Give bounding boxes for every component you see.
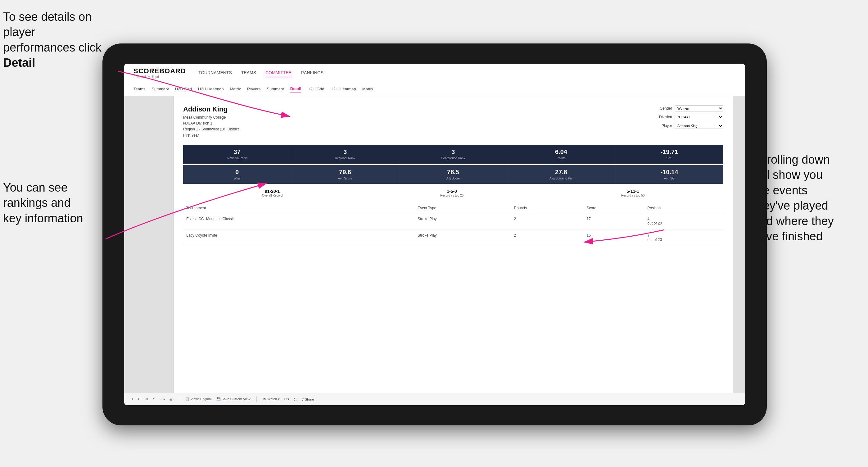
stat-label-national-rank: National Rank xyxy=(186,156,288,160)
stat-value-sos: -19.71 xyxy=(618,148,720,156)
tablet-screen: SCOREBOARD Powered by clippd TOURNAMENTS… xyxy=(124,64,745,405)
zoom-in-button[interactable]: ⊕ xyxy=(145,397,148,401)
stat-value-adj-score: 78.5 xyxy=(402,168,504,176)
player-controls: Gender Women Men Division NJCAA I NJCAA … xyxy=(655,105,723,138)
player-division: NJCAA Division 1 xyxy=(183,121,239,126)
gender-control: Gender Women Men xyxy=(655,105,723,112)
player-info: Addison King Mesa Community College NJCA… xyxy=(183,105,239,138)
stat-value-regional-rank: 3 xyxy=(294,148,396,156)
player-select[interactable]: Addison King xyxy=(675,123,723,129)
sub-nav: Teams Summary H2H Grid H2H Heatmap Matri… xyxy=(124,82,745,96)
watch-button[interactable]: 👁 Watch ▾ xyxy=(263,397,280,401)
record-overall: 91-20-1 Overall Record xyxy=(262,189,283,197)
td-rounds-1: 2 xyxy=(511,213,584,229)
annotation-top-left-text: To see details on player performances cl… xyxy=(3,10,101,54)
stat-value-avg-sg: -10.14 xyxy=(618,168,720,176)
stat-label-avg-score-par: Avg Score to Par xyxy=(510,177,612,180)
top-nav-items: TOURNAMENTS TEAMS COMMITTEE RANKINGS xyxy=(198,69,323,77)
stats-row-1: 37 National Rank 3 Regional Rank 3 Confe… xyxy=(183,145,723,164)
stat-avg-sg: -10.14 Avg SG xyxy=(615,165,723,184)
records-row: 91-20-1 Overall Record 1-5-0 Record vs t… xyxy=(183,189,723,197)
record-value-overall: 91-20-1 xyxy=(262,189,283,194)
td-empty-2 xyxy=(391,229,414,246)
annotation-top-left: To see details on player performances cl… xyxy=(3,9,108,71)
stat-regional-rank: 3 Regional Rank xyxy=(291,145,399,164)
subnav-matrix[interactable]: Matrix xyxy=(230,85,241,93)
view-original-button[interactable]: 📋 View: Original xyxy=(185,397,212,401)
layout-button[interactable]: □ ▾ xyxy=(284,397,289,401)
subnav-matrix2[interactable]: Matrix xyxy=(362,85,373,93)
toolbar-separator xyxy=(179,397,179,402)
zoom-out-button[interactable]: ⊖ xyxy=(153,397,156,401)
stat-label-avg-score: Avg Score xyxy=(294,177,396,180)
stat-label-regional-rank: Regional Rank xyxy=(294,156,396,160)
undo-button[interactable]: ↺ xyxy=(130,397,133,401)
tablet: SCOREBOARD Powered by clippd TOURNAMENTS… xyxy=(102,43,767,426)
stats-row-2: 0 Wins 79.6 Avg Score 78.5 Adj Score 27.… xyxy=(183,165,723,184)
player-name: Addison King xyxy=(183,105,239,113)
reset-button[interactable]: ◎ xyxy=(169,397,173,401)
redo-button[interactable]: ↻ xyxy=(138,397,141,401)
th-event-type: Event Type xyxy=(414,204,511,213)
th-empty xyxy=(391,204,414,213)
subnav-teams[interactable]: Teams xyxy=(133,85,145,93)
stat-label-sos: SoS xyxy=(618,156,720,160)
subnav-h2h-heatmap[interactable]: H2H Heatmap xyxy=(198,85,223,93)
gender-select[interactable]: Women Men xyxy=(675,105,723,112)
nav-teams[interactable]: TEAMS xyxy=(241,69,256,77)
th-score: Score xyxy=(584,204,645,213)
stat-avg-score: 79.6 Avg Score xyxy=(291,165,399,184)
nav-tournaments[interactable]: TOURNAMENTS xyxy=(198,69,232,77)
subnav-h2h-heatmap2[interactable]: H2H Heatmap xyxy=(330,85,356,93)
stat-value-avg-score-par: 27.8 xyxy=(510,168,612,176)
td-position-2: 7out of 20 xyxy=(644,229,723,246)
stat-national-rank: 37 National Rank xyxy=(183,145,291,164)
fullscreen-button[interactable]: ⛶ xyxy=(294,398,298,401)
th-rounds: Rounds xyxy=(511,204,584,213)
stat-label-adj-score: Adj Score xyxy=(402,177,504,180)
td-event-type-2: Stroke Play xyxy=(414,229,511,246)
nav-rankings[interactable]: RANKINGS xyxy=(301,69,323,77)
stat-avg-score-par: 27.8 Avg Score to Par xyxy=(507,165,615,184)
subnav-summary[interactable]: Summary xyxy=(152,85,169,93)
annotation-bl-line3: key information xyxy=(3,212,83,225)
save-custom-view-button[interactable]: 💾 Save Custom View xyxy=(216,397,251,401)
th-position: Position xyxy=(644,204,723,213)
stat-value-conference-rank: 3 xyxy=(402,148,504,156)
annotation-right: Scrolling down will show you the events … xyxy=(753,152,865,244)
stat-label-conference-rank: Conference Rank xyxy=(402,156,504,160)
stat-conference-rank: 3 Conference Rank xyxy=(399,145,507,164)
stat-value-wins: 0 xyxy=(186,168,288,176)
logo-title: SCOREBOARD xyxy=(133,67,186,75)
stat-adj-score: 78.5 Adj Score xyxy=(399,165,507,184)
subnav-h2h-grid[interactable]: H2H Grid xyxy=(175,85,192,93)
fit-button[interactable]: —• xyxy=(160,398,165,401)
record-top25: 1-5-0 Record vs top 25 xyxy=(440,189,464,197)
stat-label-avg-sg: Avg SG xyxy=(618,177,720,180)
tournament-table: Tournament Event Type Rounds Score Posit… xyxy=(183,204,723,246)
record-label-overall: Overall Record xyxy=(262,194,283,197)
stat-value-avg-score: 79.6 xyxy=(294,168,396,176)
share-button[interactable]: ⤴ Share xyxy=(302,398,314,401)
subnav-detail[interactable]: Detail xyxy=(290,85,301,93)
stat-label-points: Points xyxy=(510,156,612,160)
td-empty-1 xyxy=(391,213,414,229)
subnav-players[interactable]: Players xyxy=(247,85,260,93)
td-score-1: 17 xyxy=(584,213,645,229)
logo-area: SCOREBOARD Powered by clippd xyxy=(133,67,186,79)
table-row: Estella CC- Mountain Classic Stroke Play… xyxy=(183,213,723,229)
player-region: Region 1 - Southwest (18) District xyxy=(183,126,239,132)
stat-value-points: 6.04 xyxy=(510,148,612,156)
subnav-summary2[interactable]: Summary xyxy=(267,85,284,93)
td-rounds-2: 2 xyxy=(511,229,584,246)
division-control: Division NJCAA I NJCAA II xyxy=(655,114,723,120)
annotation-bl-line1: You can see xyxy=(3,181,68,194)
division-select[interactable]: NJCAA I NJCAA II xyxy=(675,114,723,120)
stat-label-wins: Wins xyxy=(186,177,288,180)
td-score-2: 16 xyxy=(584,229,645,246)
annotation-bottom-left: You can see rankings and key information xyxy=(3,180,108,226)
player-college: Mesa Community College xyxy=(183,115,239,121)
nav-committee[interactable]: COMMITTEE xyxy=(266,69,291,77)
th-tournament: Tournament xyxy=(183,204,391,213)
subnav-h2h-grid2[interactable]: H2H Grid xyxy=(307,85,324,93)
